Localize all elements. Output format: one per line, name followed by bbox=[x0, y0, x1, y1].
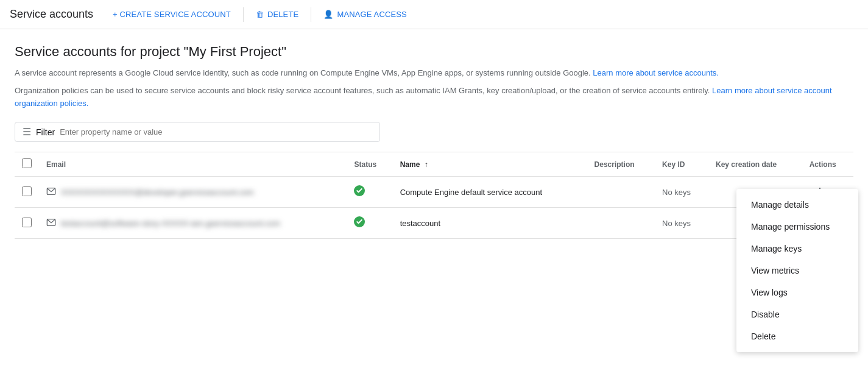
toolbar: Service accounts + CREATE SERVICE ACCOUN… bbox=[0, 0, 868, 29]
org-policy-text: Organization policies can be used to sec… bbox=[15, 85, 853, 110]
description-link[interactable]: Learn more about service accounts. bbox=[593, 68, 719, 77]
row2-key-id-cell: No keys bbox=[655, 208, 708, 239]
row2-checkbox[interactable] bbox=[22, 218, 32, 227]
page-heading: Service accounts for project "My First P… bbox=[15, 44, 853, 60]
row2-email-text: testaccount@software-story-XXXXX-iam.gse… bbox=[61, 219, 280, 228]
row1-name-cell: Compute Engine default service account bbox=[393, 177, 587, 208]
manage-icon: 👤 bbox=[323, 10, 333, 19]
service-accounts-table: Email Status Name ↑ Description Key ID K… bbox=[15, 152, 853, 239]
separator-1 bbox=[243, 7, 244, 22]
row2-name-cell: testaccount bbox=[393, 208, 587, 239]
row1-status-cell bbox=[347, 177, 392, 208]
row1-email-text: XXXXXXXXXXXXXX@developer.gserviceaccount… bbox=[61, 188, 254, 197]
row1-checkbox[interactable] bbox=[22, 186, 32, 196]
separator-2 bbox=[311, 7, 311, 22]
col-actions: Actions bbox=[802, 152, 853, 177]
row1-status-icon bbox=[354, 186, 365, 199]
select-all-checkbox[interactable] bbox=[22, 158, 32, 168]
table-row: testaccount@software-story-XXXXX-iam.gse… bbox=[15, 208, 853, 239]
row2-email-icon bbox=[46, 218, 56, 229]
col-email: Email bbox=[39, 152, 347, 177]
row1-description-cell bbox=[587, 177, 655, 208]
row1-key-id-cell: No keys bbox=[655, 177, 708, 208]
row2-checkbox-cell bbox=[15, 208, 39, 239]
description-text: A service account represents a Google Cl… bbox=[15, 67, 853, 80]
table-row: XXXXXXXXXXXXXX@developer.gserviceaccount… bbox=[15, 177, 853, 208]
row2-email-cell: testaccount@software-story-XXXXX-iam.gse… bbox=[39, 208, 347, 239]
select-all-header bbox=[15, 152, 39, 177]
col-key-id: Key ID bbox=[655, 152, 708, 177]
row1-checkbox-cell bbox=[15, 177, 39, 208]
table-header-row: Email Status Name ↑ Description Key ID K… bbox=[15, 152, 853, 177]
page-title: Service accounts bbox=[10, 8, 93, 21]
col-key-creation-date: Key creation date bbox=[708, 152, 802, 177]
row2-status-icon bbox=[354, 218, 365, 230]
manage-access-button[interactable]: 👤 MANAGE ACCESS bbox=[319, 5, 412, 24]
filter-icon: ☰ bbox=[23, 126, 31, 138]
sort-arrow-icon: ↑ bbox=[425, 160, 428, 169]
filter-input[interactable] bbox=[60, 127, 372, 136]
row2-status-cell bbox=[347, 208, 392, 239]
filter-label: Filter bbox=[36, 127, 55, 137]
menu-manage-permissions[interactable]: Manage permissions bbox=[736, 216, 858, 238]
col-name[interactable]: Name ↑ bbox=[393, 152, 587, 177]
menu-manage-details[interactable]: Manage details bbox=[736, 194, 858, 216]
row1-email-cell: XXXXXXXXXXXXXX@developer.gserviceaccount… bbox=[39, 177, 347, 208]
row2-description-cell bbox=[587, 208, 655, 239]
service-accounts-table-container: Email Status Name ↑ Description Key ID K… bbox=[15, 152, 853, 239]
col-status: Status bbox=[347, 152, 392, 177]
create-service-account-button[interactable]: + CREATE SERVICE ACCOUNT bbox=[108, 5, 236, 24]
menu-manage-keys[interactable]: Manage keys bbox=[736, 238, 858, 239]
context-menu: Manage details Manage permissions Manage… bbox=[736, 189, 858, 239]
delete-button[interactable]: 🗑 DELETE bbox=[251, 5, 304, 24]
col-description: Description bbox=[587, 152, 655, 177]
filter-bar: ☰ Filter bbox=[15, 122, 380, 142]
row1-email-icon bbox=[46, 186, 56, 198]
trash-icon: 🗑 bbox=[256, 10, 264, 19]
